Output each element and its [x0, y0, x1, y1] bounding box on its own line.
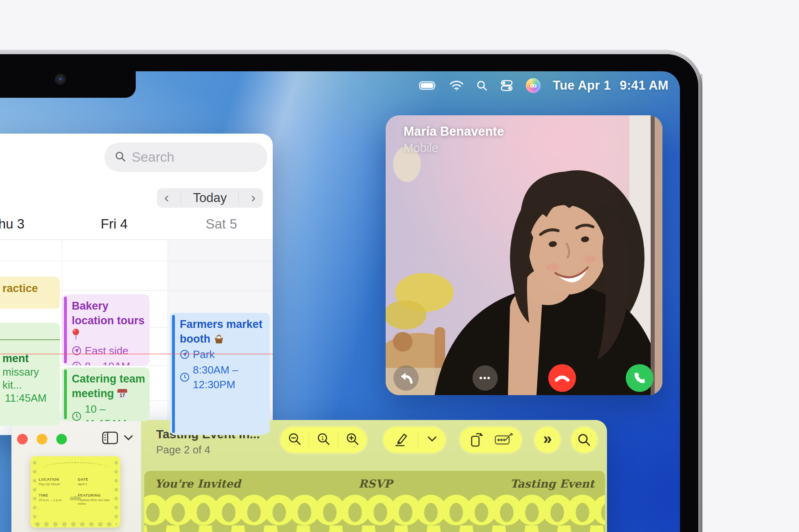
markup-pencil-button[interactable]	[393, 431, 409, 449]
clock-icon	[72, 361, 82, 365]
papel-picado-floral-band	[144, 525, 605, 532]
wifi-icon[interactable]	[449, 80, 464, 91]
event-bakery-tours[interactable]: Bakery location tours East side 8 – 10AM	[62, 295, 150, 365]
grid-line	[0, 261, 273, 261]
basket-icon	[213, 334, 225, 344]
double-chevron-icon: »	[543, 431, 552, 446]
event-farmers-market[interactable]: Farmers market booth Park 8:30AM – 12:30…	[170, 313, 270, 435]
doc-header-left: You're Invited	[155, 477, 241, 490]
next-day-button[interactable]: ›	[251, 190, 256, 204]
accept-call-button[interactable]	[626, 364, 653, 392]
zoom-in-button[interactable]	[346, 432, 360, 448]
actual-size-button[interactable]: 1	[317, 432, 331, 448]
day-header-thu[interactable]: hu 3	[0, 216, 24, 232]
thumb-date-value: April 1	[78, 482, 115, 486]
event-catering-meeting[interactable]: Catering team meeting 17 10 – 11:15AM	[62, 367, 150, 421]
papel-picado-scallops	[144, 494, 605, 526]
event-practice[interactable]: ractice	[0, 277, 60, 309]
more-options-button[interactable]: •••	[472, 365, 498, 391]
divider	[238, 193, 239, 203]
control-center-icon[interactable]	[500, 80, 514, 91]
clock-icon	[72, 411, 82, 421]
today-button[interactable]: Today	[193, 191, 227, 205]
papel-picado-edge	[32, 459, 37, 524]
menu-bar-time: 9:41 AM	[620, 78, 669, 93]
thumb-location-label: LOCATION	[39, 477, 75, 481]
calendar-window: ‹ Today › hu 3 Fri 4 Sat 5 ractic	[0, 134, 273, 435]
event-time: 8 – 10AM	[85, 359, 130, 365]
event-title: Catering team meeting	[72, 373, 145, 400]
macbook-product-shot: ∞ Tue Apr 1 9:41 AM ‹ Today ›	[0, 0, 799, 532]
ellipsis-icon: •••	[479, 373, 491, 383]
event-location: East side	[85, 343, 128, 358]
menu-bar-date: Tue Apr 1	[553, 78, 611, 93]
event-color-stripe	[172, 315, 175, 433]
event-time: 10 – 11:15AM	[85, 402, 146, 421]
doc-header-center: RSVP	[358, 477, 392, 490]
page-thumbnail[interactable]: LOCATION Pop-Up Venue DATE April 1 TIME …	[31, 456, 120, 528]
document-page: You're Invited RSVP Tasting Event	[144, 471, 605, 532]
rotate-button[interactable]	[468, 431, 486, 449]
page-indicator: Page 2 of 4	[156, 444, 260, 456]
macbook-screen: ∞ Tue Apr 1 9:41 AM ‹ Today ›	[0, 71, 680, 532]
search-icon	[115, 151, 126, 164]
svg-text:1: 1	[321, 435, 324, 441]
prev-day-button[interactable]: ‹	[164, 190, 169, 204]
decorative-arc	[42, 462, 109, 476]
svg-text:17: 17	[119, 393, 125, 398]
menu-bar-clock[interactable]: Tue Apr 1 9:41 AM	[553, 78, 669, 93]
close-button[interactable]	[17, 434, 28, 444]
facetime-camera	[55, 74, 66, 85]
caller-name: María Benavente	[404, 124, 504, 139]
event-divider	[0, 339, 60, 340]
decline-phone-icon	[554, 374, 570, 383]
search-input[interactable]	[131, 149, 257, 165]
decorative-motif	[69, 491, 82, 500]
caller-photo	[386, 115, 662, 395]
siri-intelligence-icon[interactable]: ∞	[526, 78, 541, 93]
zoom-out-button[interactable]	[288, 432, 302, 448]
day-header-sat[interactable]: Sat 5	[205, 216, 237, 232]
day-header-row: hu 3 Fri 4 Sat 5	[0, 216, 273, 234]
markup-controls	[383, 427, 446, 453]
doc-header-right: Tasting Event	[510, 477, 594, 490]
caller-label: Mobile	[404, 141, 438, 155]
decline-call-button[interactable]	[548, 364, 576, 392]
divider	[338, 432, 338, 448]
more-tools-button[interactable]: »	[534, 427, 561, 453]
minimize-button[interactable]	[37, 434, 47, 444]
divider	[181, 193, 181, 203]
calendar-nav-control: ‹ Today ›	[157, 188, 263, 208]
document-header-row: You're Invited RSVP Tasting Event	[144, 477, 605, 490]
event-green-upper[interactable]	[0, 323, 60, 339]
event-time: 11:45AM	[2, 391, 58, 404]
event-title: Bakery location tours	[72, 300, 145, 327]
zoom-window-button[interactable]	[56, 434, 67, 444]
pin-icon	[72, 328, 80, 341]
battery-icon[interactable]	[419, 81, 437, 90]
thumb-featuring-label: FEATURING	[78, 493, 115, 497]
calendar-search-field[interactable]	[104, 143, 267, 172]
spotlight-icon[interactable]	[476, 80, 488, 91]
event-location: Park	[193, 347, 214, 362]
reply-icon	[399, 372, 413, 384]
clock-icon	[180, 372, 190, 382]
grid-line	[0, 240, 273, 240]
sidebar-toggle-button[interactable]	[102, 431, 118, 446]
markup-menu-chevron[interactable]	[428, 436, 437, 444]
preview-window: LOCATION Pop-Up Venue DATE April 1 TIME …	[11, 420, 607, 532]
menu-bar: ∞ Tue Apr 1 9:41 AM	[419, 71, 669, 100]
annotation-tools-button[interactable]	[494, 432, 513, 448]
sidebar-chevron-down-icon[interactable]	[124, 435, 133, 442]
edit-controls	[460, 427, 522, 453]
search-icon	[577, 433, 591, 447]
zoom-controls: 1	[280, 427, 367, 453]
divider	[309, 432, 309, 448]
reply-message-button[interactable]	[393, 365, 419, 391]
thumb-location-value: Pop-Up Venue	[39, 482, 75, 486]
day-header-fri[interactable]: Fri 4	[101, 216, 128, 232]
event-commissary[interactable]: ment missary kit... 11:45AM	[0, 340, 60, 426]
document-search-button[interactable]	[571, 427, 597, 453]
preview-sidebar: LOCATION Pop-Up Venue DATE April 1 TIME …	[11, 420, 141, 532]
thumb-date-label: DATE	[78, 477, 115, 481]
